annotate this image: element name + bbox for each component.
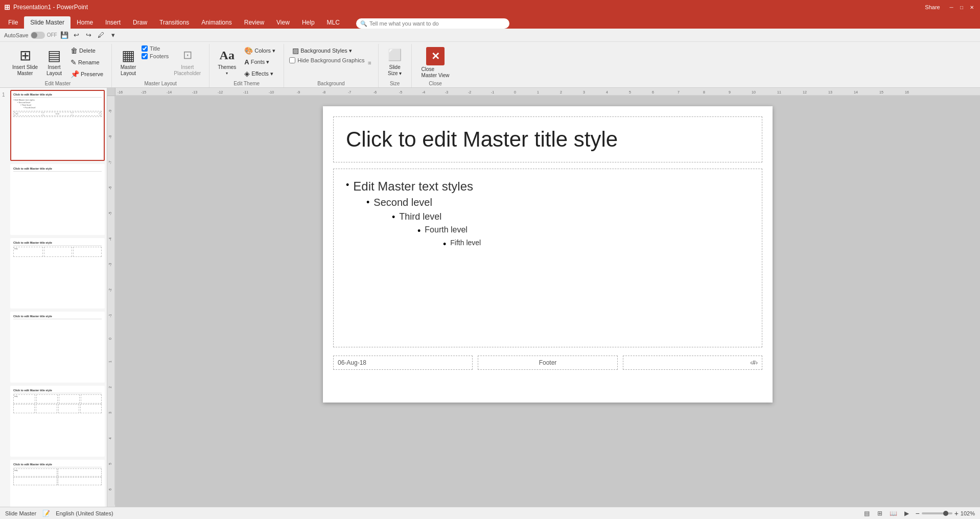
svg-text:10: 10 [752,90,756,94]
slide-thumb-img-3[interactable]: Click to edit Master title style body [10,238,105,309]
svg-text:1: 1 [108,361,112,363]
slide-canvas[interactable]: Click to edit Master title style • Edit … [323,106,773,403]
slide-size-button[interactable]: ⬜ SlideSize ▾ [384,45,406,79]
svg-text:15: 15 [879,90,883,94]
background-expand[interactable]: ⊞ [367,45,373,81]
tab-draw[interactable]: Draw [127,16,153,29]
slide-thumb-img-5[interactable]: Click to edit Master title style body [10,386,105,457]
tab-home[interactable]: Home [71,16,99,29]
master-layout-button[interactable]: ▦ MasterLayout [117,45,139,79]
tab-transitions[interactable]: Transitions [153,16,195,29]
zoom-slider[interactable] [922,512,952,514]
zoom-thumb[interactable] [943,511,948,516]
title-checkbox[interactable] [142,45,148,52]
svg-rect-35 [107,96,115,505]
reading-view-button[interactable]: 📖 [889,509,898,518]
slide-thumb-5[interactable]: Click to edit Master title style body [2,386,105,457]
rename-button[interactable]: ✎ Rename [67,57,106,68]
content-row: -9 -8 -7 -6 -5 -4 -3 -2 -1 0 1 2 3 4 5 6 [107,96,980,507]
undo-button[interactable]: ↩ [72,30,82,40]
restore-button[interactable]: □ [958,3,966,11]
slide-thumb-2[interactable]: Click to edit Master title style [2,164,105,235]
hide-bg-graphics-checkbox[interactable] [289,57,295,63]
slide-thumb-4[interactable]: Click to edit Master title style [2,312,105,383]
insert-slide-master-button[interactable]: ⊞ Insert SlideMaster [9,45,41,79]
content-level4[interactable]: • Fourth level [346,225,750,235]
zoom-out-icon[interactable]: − [915,509,919,517]
slide-thumb-img-6[interactable]: Click to edit Master title style body [10,460,105,507]
fonts-button[interactable]: A Fonts ▾ [241,57,278,67]
close-window-button[interactable]: ✕ [968,3,976,11]
content-text-level4[interactable]: Fourth level [425,225,468,234]
footer-text[interactable]: Footer [478,356,617,370]
save-button[interactable]: 💾 [59,30,69,40]
tab-view[interactable]: View [270,16,296,29]
normal-view-button[interactable]: ▤ [862,509,871,518]
slide-title-text[interactable]: Click to edit Master title style [346,127,750,152]
title-checkbox-row: Title [142,45,169,52]
slide-sorter-button[interactable]: ⊞ [875,509,884,518]
view-mode-label: Slide Master [5,510,36,516]
colors-label: Colors ▾ [254,48,275,54]
tab-mlc[interactable]: MLC [321,16,346,29]
title-placeholder[interactable]: Click to edit Master title style [333,116,762,162]
content-level5[interactable]: • Fifth level [346,239,750,249]
background-styles-button[interactable]: ▨ Background Styles ▾ [289,45,364,56]
present-button[interactable]: 🖊 [96,30,106,40]
effects-button[interactable]: ◈ Effects ▾ [241,68,278,79]
slide-thumb-3[interactable]: Click to edit Master title style body [2,238,105,309]
qat-dropdown[interactable]: ▾ [108,30,119,40]
tab-slide-master[interactable]: Slide Master [24,16,71,29]
slide-thumb-1[interactable]: 1 Click to edit Master title style • Edi… [2,90,105,161]
insert-layout-button[interactable]: ▤ InsertLayout [43,45,65,79]
slides-panel[interactable]: 1 Click to edit Master title style • Edi… [0,88,107,507]
close-group-label: Close [429,81,442,87]
notes-view-toggle[interactable]: 📝 [41,509,51,518]
footer-date[interactable]: 06-Aug-18 [333,356,473,370]
tab-review[interactable]: Review [238,16,270,29]
edit-theme-items: Aa Themes ▾ 🎨 Colors ▾ A Fonts ▾ ◈ Effec… [215,45,278,81]
delete-icon: 🗑 [71,46,78,55]
slide-thumb-6[interactable]: Click to edit Master title style body [2,460,105,507]
footers-checkbox-label: Footers [150,53,169,59]
preserve-button[interactable]: 📌 Preserve [67,68,106,80]
close-master-view-button[interactable]: ✕ CloseMaster View [417,45,454,81]
share-button[interactable]: Share [920,3,945,11]
footer-page-num[interactable]: ‹#› [623,356,762,370]
slide-size-icon: ⬜ [387,47,403,63]
size-items: ⬜ SlideSize ▾ [384,45,406,81]
content-text-level3[interactable]: Third level [399,211,441,222]
zoom-control: − + 102% [915,509,975,517]
content-level3[interactable]: • Third level [346,211,750,222]
status-left: Slide Master 📝 English (United States) [5,509,113,518]
content-level1[interactable]: • Edit Master text styles [346,179,750,194]
content-text-level1[interactable]: Edit Master text styles [353,179,473,194]
content-text-level2[interactable]: Second level [374,197,432,208]
slide-thumb-img-2[interactable]: Click to edit Master title style [10,164,105,235]
slide-thumb-inner-4: Click to edit Master title style [11,313,104,382]
zoom-in-icon[interactable]: + [954,509,959,517]
slideshow-button[interactable]: ▶ [902,509,911,518]
autosave-toggle[interactable] [31,32,45,39]
content-level2[interactable]: • Second level [346,197,750,208]
colors-button[interactable]: 🎨 Colors ▾ [241,45,278,56]
content-text-level5[interactable]: Fifth level [450,239,481,247]
redo-button[interactable]: ↪ [84,30,94,40]
delete-button[interactable]: 🗑 Delete [67,45,106,56]
slide-thumb-img-4[interactable]: Click to edit Master title style [10,312,105,383]
svg-text:0: 0 [514,90,516,94]
tab-help[interactable]: Help [296,16,321,29]
slide-thumb-img-1[interactable]: Click to edit Master title style • Edit … [10,90,105,161]
tab-animations[interactable]: Animations [195,16,238,29]
tab-file[interactable]: File [2,16,24,29]
slide-canvas-wrapper[interactable]: Click to edit Master title style • Edit … [115,96,980,507]
insert-placeholder-button[interactable]: ⊡ InsertPlaceholder [171,45,204,79]
zoom-level[interactable]: 102% [961,510,975,516]
svg-text:-2: -2 [468,90,471,94]
content-placeholder[interactable]: • Edit Master text styles • Second level… [333,169,762,347]
minimize-button[interactable]: ─ [947,3,955,11]
themes-button[interactable]: Aa Themes ▾ [215,45,239,78]
tab-insert[interactable]: Insert [99,16,127,29]
background-items: ▨ Background Styles ▾ Hide Background Gr… [289,45,372,81]
footers-checkbox[interactable] [142,53,148,59]
